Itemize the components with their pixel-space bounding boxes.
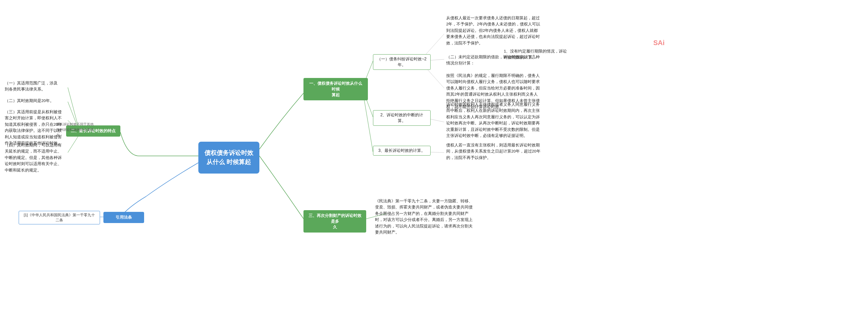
svg-line-7 <box>363 92 373 152</box>
node-r1c1-t1: 从债权人最近一次要求债务人还债的日期算起，超过2年，不予保护。2年内债务人未还债… <box>444 14 542 47</box>
node-r1-title: 一、债权债务诉讼时效从什么时候算起 <box>303 78 368 100</box>
watermark: SAi <box>653 39 665 47</box>
mindmap: 债权债务诉讼时效从什么 时候算起 二、最长诉讼时效的特点 最长诉讼时效不同于其他… <box>0 0 868 321</box>
connections-svg <box>0 0 868 321</box>
node-r1c2-t1: 诉讼时效因权利人主张债权或者义务人同意履行义务而中断后，权利人在新的诉讼时效期间… <box>444 100 544 140</box>
node-r1c1-t3: 1、没有约定履行期限的情况，诉讼时效期限的计算。 <box>502 47 573 62</box>
center-node: 债权债务诉讼时效从什么 时候算起 <box>198 142 259 174</box>
node-r2-title: 三、再次分割财产的诉讼时效是多久 <box>303 210 366 233</box>
node-r2-content: 《民法典》第一千零九十二条，夫妻一方隐匿、转移、变卖、毁损、挥霍夫妻共同财产，或… <box>373 197 478 237</box>
node-r1c1: （一）债务纠纷诉讼时效~2年。 <box>373 54 431 70</box>
node-feature-4: （四）其时效期间，可以适用有关延长的规定，而不适用中止、中断的规定。但是，其他各… <box>3 141 65 175</box>
node-r1c2: 2、诉讼时效的中断的计算。 <box>373 110 431 126</box>
node-ref-text: [1]《中华人民共和国民法典》第一千零九十二条 <box>19 211 100 224</box>
node-feature-1: （一）其适用范围广泛，涉及到各类民事法律关系。 <box>3 79 62 94</box>
node-legal-ref: 引用法条 <box>103 212 144 223</box>
node-feature-2: （二）其时效期间是20年。 <box>3 96 56 105</box>
node-r1c3: 3、最长诉讼时效的计算。 <box>373 146 431 156</box>
node-r1c3-t1: 债权人若一直没有主张权利，则适用最长诉讼时效期间，从债权债务关系发生之日起计算2… <box>444 141 544 162</box>
